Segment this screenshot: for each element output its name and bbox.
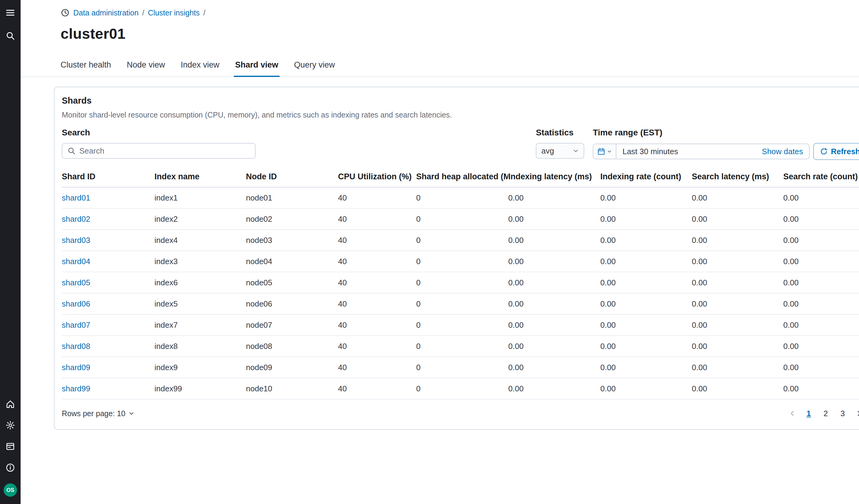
shard-link[interactable]: shard04 [62,257,90,266]
table-cell: 40 [338,251,416,272]
search-input-icon [67,147,76,155]
breadcrumb-link[interactable]: Data administration [73,9,138,17]
calendar-icon[interactable] [593,144,616,159]
table-row: shard09index9node094000.000.000.000.00 [62,357,859,378]
table-cell: 0.00 [508,251,600,272]
console-icon[interactable] [5,441,16,452]
table-cell: 0.00 [600,357,692,378]
show-dates-link[interactable]: Show dates [762,144,809,159]
breadcrumb-separator: / [203,9,205,17]
shard-link[interactable]: shard01 [62,193,90,202]
table-cell: node07 [246,315,338,336]
rows-per-page-button[interactable]: Rows per page: 10 [62,409,135,418]
column-header: Shard heap allocated (MB) [416,168,508,187]
statistics-group: Statistics avg [536,128,584,159]
table-cell: 0.00 [600,187,692,209]
shard-link[interactable]: shard09 [62,363,90,372]
shard-link[interactable]: shard06 [62,299,90,308]
table-cell: 40 [338,293,416,315]
table-cell: 0 [416,251,508,272]
search-input[interactable] [79,146,250,156]
settings-icon[interactable] [5,420,16,431]
page-button-2[interactable]: 2 [818,406,833,421]
table-cell: 0.00 [600,378,692,399]
table-cell: index1 [154,187,246,209]
column-header: Search rate (count) [783,168,859,187]
column-header: Shard ID [62,168,154,187]
time-range-group: Time range (EST) Last 30 minutes [593,128,859,160]
table-cell: 0.00 [600,336,692,357]
home-icon[interactable] [5,399,16,410]
table-cell: 0.00 [508,315,600,336]
tab-shard-view[interactable]: Shard view [228,56,286,76]
table-cell: 40 [338,336,416,357]
column-header: CPU Utilization (%) [338,168,416,187]
tab-cluster-health[interactable]: Cluster health [53,56,118,76]
search-group: Search [62,128,256,159]
table-cell: 0.00 [600,272,692,293]
table-row: shard06index5node064000.000.000.000.00 [62,293,859,315]
table-cell: 0.00 [692,251,783,272]
breadcrumb-link[interactable]: Cluster insights [148,9,200,17]
table-cell: 0.00 [508,209,600,230]
refresh-button[interactable]: Refresh [813,143,859,160]
previous-page-icon[interactable] [786,407,799,420]
rows-per-page-label: Rows per page: 10 [62,409,125,418]
breadcrumb-links: Data administration/Cluster insights/ [73,9,205,17]
table-cell: 40 [338,357,416,378]
table-cell: node03 [246,230,338,251]
shard-link[interactable]: shard99 [62,384,90,393]
tab-node-view[interactable]: Node view [120,56,172,76]
table-cell: index4 [154,230,246,251]
table-cell: 0 [416,187,508,209]
table-cell: index5 [154,293,246,315]
table-cell: 0.00 [783,272,859,293]
page-title: cluster01 [61,26,859,42]
table-cell: 0 [416,378,508,399]
next-page-icon[interactable] [852,407,859,420]
menu-icon[interactable] [5,7,16,18]
shard-link[interactable]: shard08 [62,342,90,351]
table-cell: node09 [246,357,338,378]
table-cell: 40 [338,315,416,336]
table-cell: 0 [416,230,508,251]
search-icon[interactable] [5,30,16,41]
table-row: shard01index1node014000.000.000.000.00 [62,187,859,209]
refresh-icon [820,148,828,155]
time-range-value[interactable]: Last 30 minutes [616,144,762,159]
shard-link[interactable]: shard03 [62,236,90,245]
chevron-down-icon [573,148,579,154]
table-controls: Search Statistics avg [62,128,859,160]
app-root: OS Data administration/Cluster insights/… [0,0,859,504]
shard-link[interactable]: shard05 [62,278,90,287]
table-cell: 0.00 [600,251,692,272]
table-cell: index99 [154,378,246,399]
table-cell: node10 [246,378,338,399]
tab-query-view[interactable]: Query view [287,56,342,76]
recent-history-icon[interactable] [61,8,70,17]
table-cell: 0.00 [508,293,600,315]
info-icon[interactable] [5,462,16,473]
shard-link[interactable]: shard02 [62,214,90,224]
shard-link[interactable]: shard07 [62,320,90,330]
breadcrumb: Data administration/Cluster insights/ [61,7,859,18]
table-cell: 40 [338,378,416,399]
shard-id-cell: shard02 [62,209,154,230]
sidebar-bottom-group: OS [4,399,17,497]
shard-id-cell: shard04 [62,251,154,272]
page-button-3[interactable]: 3 [835,406,850,421]
shard-id-cell: shard05 [62,272,154,293]
table-row: shard03index4node034000.000.000.000.00 [62,230,859,251]
table-cell: 0.00 [692,230,783,251]
table-cell: 0.00 [783,251,859,272]
page-button-1[interactable]: 1 [801,406,816,421]
table-cell: 0.00 [508,272,600,293]
table-row: shard99index99node104000.000.000.000.00 [62,378,859,399]
statistics-select[interactable]: avg [536,143,584,159]
table-cell: 0.00 [508,336,600,357]
shard-id-cell: shard06 [62,293,154,315]
tab-bar: Cluster healthNode viewIndex viewShard v… [20,56,859,77]
avatar[interactable]: OS [4,484,17,497]
tab-index-view[interactable]: Index view [174,56,227,76]
table-cell: 0.00 [783,315,859,336]
